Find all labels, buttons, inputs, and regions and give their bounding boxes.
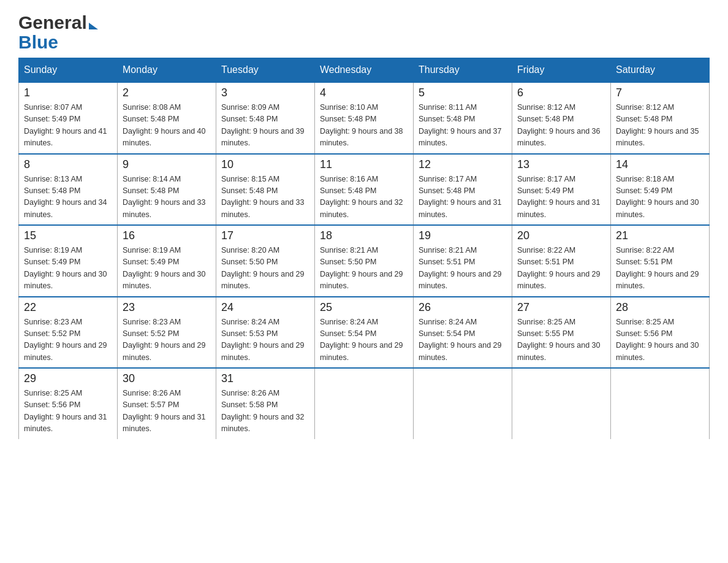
calendar-cell: 9 Sunrise: 8:14 AMSunset: 5:48 PMDayligh… <box>118 154 216 226</box>
day-info: Sunrise: 8:24 AMSunset: 5:53 PMDaylight:… <box>221 316 309 364</box>
calendar-cell: 8 Sunrise: 8:13 AMSunset: 5:48 PMDayligh… <box>19 154 118 226</box>
calendar-cell: 28 Sunrise: 8:25 AMSunset: 5:56 PMDaylig… <box>611 297 710 369</box>
day-info: Sunrise: 8:25 AMSunset: 5:56 PMDaylight:… <box>24 388 112 435</box>
day-number: 23 <box>123 301 211 314</box>
day-number: 4 <box>320 86 408 99</box>
day-number: 21 <box>616 229 704 242</box>
calendar-cell <box>611 368 710 439</box>
calendar-cell <box>315 368 414 439</box>
calendar-cell <box>414 368 512 439</box>
calendar-cell: 31 Sunrise: 8:26 AMSunset: 5:58 PMDaylig… <box>216 368 315 439</box>
day-info: Sunrise: 8:24 AMSunset: 5:54 PMDaylight:… <box>419 316 507 364</box>
calendar-cell: 23 Sunrise: 8:23 AMSunset: 5:52 PMDaylig… <box>118 297 216 369</box>
day-info: Sunrise: 8:26 AMSunset: 5:58 PMDaylight:… <box>221 388 309 435</box>
day-number: 12 <box>419 158 507 171</box>
calendar-cell: 24 Sunrise: 8:24 AMSunset: 5:53 PMDaylig… <box>216 297 315 369</box>
calendar-cell: 13 Sunrise: 8:17 AMSunset: 5:49 PMDaylig… <box>512 154 611 226</box>
calendar-week-5: 29 Sunrise: 8:25 AMSunset: 5:56 PMDaylig… <box>19 368 710 439</box>
calendar-cell: 17 Sunrise: 8:20 AMSunset: 5:50 PMDaylig… <box>216 225 315 297</box>
day-number: 15 <box>24 229 112 242</box>
calendar-cell: 26 Sunrise: 8:24 AMSunset: 5:54 PMDaylig… <box>414 297 512 369</box>
day-number: 13 <box>517 158 605 171</box>
calendar-cell: 16 Sunrise: 8:19 AMSunset: 5:49 PMDaylig… <box>118 225 216 297</box>
calendar-cell: 2 Sunrise: 8:08 AMSunset: 5:48 PMDayligh… <box>118 82 216 154</box>
logo-blue-text: Blue <box>18 33 58 52</box>
day-number: 19 <box>419 229 507 242</box>
day-info: Sunrise: 8:20 AMSunset: 5:50 PMDaylight:… <box>221 245 309 293</box>
day-info: Sunrise: 8:21 AMSunset: 5:51 PMDaylight:… <box>419 245 507 293</box>
day-info: Sunrise: 8:21 AMSunset: 5:50 PMDaylight:… <box>320 245 408 293</box>
day-number: 9 <box>123 158 211 171</box>
day-info: Sunrise: 8:18 AMSunset: 5:49 PMDaylight:… <box>616 174 704 221</box>
page-header: General Blue <box>18 12 710 52</box>
calendar-cell: 11 Sunrise: 8:16 AMSunset: 5:48 PMDaylig… <box>315 154 414 226</box>
day-number: 25 <box>320 301 408 314</box>
calendar-cell: 18 Sunrise: 8:21 AMSunset: 5:50 PMDaylig… <box>315 225 414 297</box>
day-number: 26 <box>419 301 507 314</box>
day-info: Sunrise: 8:12 AMSunset: 5:48 PMDaylight:… <box>517 102 605 150</box>
calendar-cell: 4 Sunrise: 8:10 AMSunset: 5:48 PMDayligh… <box>315 82 414 154</box>
calendar-cell: 1 Sunrise: 8:07 AMSunset: 5:49 PMDayligh… <box>19 82 118 154</box>
calendar-cell: 30 Sunrise: 8:26 AMSunset: 5:57 PMDaylig… <box>118 368 216 439</box>
day-info: Sunrise: 8:23 AMSunset: 5:52 PMDaylight:… <box>123 316 211 364</box>
day-info: Sunrise: 8:17 AMSunset: 5:49 PMDaylight:… <box>517 174 605 221</box>
day-info: Sunrise: 8:16 AMSunset: 5:48 PMDaylight:… <box>320 174 408 221</box>
day-number: 10 <box>221 158 309 171</box>
logo-triangle-icon <box>89 23 98 29</box>
day-info: Sunrise: 8:24 AMSunset: 5:54 PMDaylight:… <box>320 316 408 364</box>
calendar-cell <box>512 368 611 439</box>
day-number: 2 <box>123 86 211 99</box>
day-number: 27 <box>517 301 605 314</box>
day-info: Sunrise: 8:23 AMSunset: 5:52 PMDaylight:… <box>24 316 112 364</box>
day-number: 28 <box>616 301 704 314</box>
weekday-header-saturday: Saturday <box>611 58 710 83</box>
day-number: 3 <box>221 86 309 99</box>
weekday-header-tuesday: Tuesday <box>216 58 315 83</box>
calendar-cell: 15 Sunrise: 8:19 AMSunset: 5:49 PMDaylig… <box>19 225 118 297</box>
weekday-header-friday: Friday <box>512 58 611 83</box>
logo-general-text: General <box>18 12 98 33</box>
weekday-header-wednesday: Wednesday <box>315 58 414 83</box>
calendar-cell: 5 Sunrise: 8:11 AMSunset: 5:48 PMDayligh… <box>414 82 512 154</box>
day-info: Sunrise: 8:25 AMSunset: 5:56 PMDaylight:… <box>616 316 704 364</box>
day-number: 14 <box>616 158 704 171</box>
day-number: 16 <box>123 229 211 242</box>
weekday-header-thursday: Thursday <box>414 58 512 83</box>
day-info: Sunrise: 8:22 AMSunset: 5:51 PMDaylight:… <box>517 245 605 293</box>
day-number: 11 <box>320 158 408 171</box>
weekday-header-monday: Monday <box>118 58 216 83</box>
calendar-cell: 29 Sunrise: 8:25 AMSunset: 5:56 PMDaylig… <box>19 368 118 439</box>
day-number: 30 <box>123 372 211 385</box>
calendar-week-3: 15 Sunrise: 8:19 AMSunset: 5:49 PMDaylig… <box>19 225 710 297</box>
day-number: 29 <box>24 372 112 385</box>
calendar-cell: 21 Sunrise: 8:22 AMSunset: 5:51 PMDaylig… <box>611 225 710 297</box>
day-info: Sunrise: 8:08 AMSunset: 5:48 PMDaylight:… <box>123 102 211 150</box>
day-number: 7 <box>616 86 704 99</box>
day-info: Sunrise: 8:25 AMSunset: 5:55 PMDaylight:… <box>517 316 605 364</box>
day-info: Sunrise: 8:14 AMSunset: 5:48 PMDaylight:… <box>123 174 211 221</box>
calendar-week-1: 1 Sunrise: 8:07 AMSunset: 5:49 PMDayligh… <box>19 82 710 154</box>
day-info: Sunrise: 8:17 AMSunset: 5:48 PMDaylight:… <box>419 174 507 221</box>
day-number: 6 <box>517 86 605 99</box>
day-number: 24 <box>221 301 309 314</box>
day-info: Sunrise: 8:07 AMSunset: 5:49 PMDaylight:… <box>24 102 112 150</box>
day-info: Sunrise: 8:12 AMSunset: 5:48 PMDaylight:… <box>616 102 704 150</box>
calendar-cell: 10 Sunrise: 8:15 AMSunset: 5:48 PMDaylig… <box>216 154 315 226</box>
day-number: 17 <box>221 229 309 242</box>
calendar-cell: 7 Sunrise: 8:12 AMSunset: 5:48 PMDayligh… <box>611 82 710 154</box>
calendar-cell: 3 Sunrise: 8:09 AMSunset: 5:48 PMDayligh… <box>216 82 315 154</box>
day-number: 18 <box>320 229 408 242</box>
day-info: Sunrise: 8:10 AMSunset: 5:48 PMDaylight:… <box>320 102 408 150</box>
day-info: Sunrise: 8:26 AMSunset: 5:57 PMDaylight:… <box>123 388 211 435</box>
calendar-cell: 25 Sunrise: 8:24 AMSunset: 5:54 PMDaylig… <box>315 297 414 369</box>
calendar-cell: 12 Sunrise: 8:17 AMSunset: 5:48 PMDaylig… <box>414 154 512 226</box>
day-number: 5 <box>419 86 507 99</box>
calendar-table: SundayMondayTuesdayWednesdayThursdayFrid… <box>18 58 710 439</box>
calendar-cell: 19 Sunrise: 8:21 AMSunset: 5:51 PMDaylig… <box>414 225 512 297</box>
calendar-cell: 22 Sunrise: 8:23 AMSunset: 5:52 PMDaylig… <box>19 297 118 369</box>
day-number: 20 <box>517 229 605 242</box>
weekday-header-sunday: Sunday <box>19 58 118 83</box>
day-info: Sunrise: 8:09 AMSunset: 5:48 PMDaylight:… <box>221 102 309 150</box>
calendar-cell: 27 Sunrise: 8:25 AMSunset: 5:55 PMDaylig… <box>512 297 611 369</box>
day-number: 22 <box>24 301 112 314</box>
